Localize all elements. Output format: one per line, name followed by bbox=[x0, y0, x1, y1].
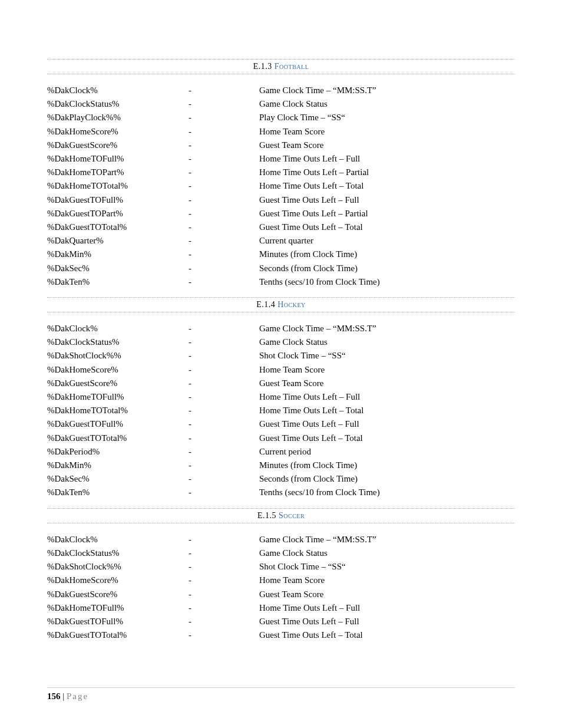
variable-row: %DakGuestTOTotal%-Guest Time Outs Left –… bbox=[47, 628, 515, 642]
variable-description: Tenths (secs/10 from Clock Time) bbox=[259, 486, 515, 499]
variable-row: %DakQuarter%-Current quarter bbox=[47, 234, 515, 248]
variable-description: Home Time Outs Left – Total bbox=[259, 179, 515, 193]
section-block: %DakClock%-Game Clock Time – “MM:SS.T”%D… bbox=[47, 533, 515, 643]
variable-name: %DakHomeTOFull% bbox=[47, 152, 189, 166]
variable-row: %DakHomeScore%-Home Team Score bbox=[47, 125, 515, 139]
variable-row: %DakMin%-Minutes (from Clock Time) bbox=[47, 459, 515, 472]
section-number: E.1.3 bbox=[253, 62, 275, 71]
separator-dash: - bbox=[189, 234, 259, 248]
variable-name: %DakGuestTOTotal% bbox=[47, 220, 189, 234]
variable-row: %DakHomeScore%-Home Team Score bbox=[47, 363, 515, 377]
section-title: Football bbox=[275, 62, 309, 71]
section-number: E.1.4 bbox=[256, 300, 277, 309]
separator-dash: - bbox=[189, 390, 259, 404]
variable-row: %DakTen%-Tenths (secs/10 from Clock Time… bbox=[47, 275, 515, 289]
variable-name: %DakHomeTOPart% bbox=[47, 166, 189, 179]
variable-row: %DakGuestTOTotal%-Guest Time Outs Left –… bbox=[47, 431, 515, 445]
variable-row: %DakGuestTOFull%-Guest Time Outs Left – … bbox=[47, 417, 515, 431]
variable-row: %DakGuestScore%-Guest Team Score bbox=[47, 588, 515, 601]
footer-sep: | bbox=[61, 691, 67, 701]
variable-name: %DakGuestTOFull% bbox=[47, 193, 189, 207]
variable-name: %DakSec% bbox=[47, 472, 189, 486]
variable-name: %DakMin% bbox=[47, 459, 189, 472]
separator-dash: - bbox=[189, 97, 259, 111]
variable-description: Guest Time Outs Left – Total bbox=[259, 628, 515, 642]
variable-name: %DakGuestTOTotal% bbox=[47, 628, 189, 642]
variable-row: %DakSec%-Seconds (from Clock Time) bbox=[47, 262, 515, 275]
variable-row: %DakGuestScore%-Guest Team Score bbox=[47, 377, 515, 390]
separator-dash: - bbox=[189, 179, 259, 193]
variable-description: Home Time Outs Left – Partial bbox=[259, 166, 515, 179]
variable-name: %DakHomeTOFull% bbox=[47, 390, 189, 404]
variable-description: Seconds (from Clock Time) bbox=[259, 262, 515, 275]
separator-dash: - bbox=[189, 417, 259, 431]
separator-dash: - bbox=[189, 588, 259, 601]
variable-description: Game Clock Time – “MM:SS.T” bbox=[259, 84, 515, 97]
separator-dash: - bbox=[189, 111, 259, 124]
separator-dash: - bbox=[189, 220, 259, 234]
separator-dash: - bbox=[189, 628, 259, 642]
page-label: Page bbox=[67, 691, 88, 701]
variable-description: Game Clock Status bbox=[259, 335, 515, 349]
separator-dash: - bbox=[189, 349, 259, 363]
variable-description: Guest Time Outs Left – Full bbox=[259, 615, 515, 628]
variable-description: Guest Team Score bbox=[259, 588, 515, 601]
section-title: Hockey bbox=[277, 300, 306, 309]
separator-dash: - bbox=[189, 248, 259, 261]
section-block: %DakClock%-Game Clock Time – “MM:SS.T”%D… bbox=[47, 322, 515, 500]
variable-description: Game Clock Status bbox=[259, 97, 515, 111]
variable-row: %DakGuestTOPart%-Guest Time Outs Left – … bbox=[47, 207, 515, 220]
section-header: E.1.5 Soccer bbox=[47, 508, 515, 523]
variable-row: %DakClockStatus%-Game Clock Status bbox=[47, 546, 515, 560]
variable-name: %DakSec% bbox=[47, 262, 189, 275]
variable-description: Guest Time Outs Left – Partial bbox=[259, 207, 515, 220]
variable-description: Guest Time Outs Left – Full bbox=[259, 417, 515, 431]
separator-dash: - bbox=[189, 152, 259, 166]
variable-description: Tenths (secs/10 from Clock Time) bbox=[259, 275, 515, 289]
separator-dash: - bbox=[189, 459, 259, 472]
separator-dash: - bbox=[189, 125, 259, 139]
separator-dash: - bbox=[189, 486, 259, 499]
separator-dash: - bbox=[189, 377, 259, 390]
variable-name: %DakShotClock%% bbox=[47, 349, 189, 363]
variable-name: %DakClock% bbox=[47, 84, 189, 97]
variable-row: %DakHomeTOFull%-Home Time Outs Left – Fu… bbox=[47, 390, 515, 404]
variable-row: %DakGuestTOFull%-Guest Time Outs Left – … bbox=[47, 615, 515, 628]
section-title: Soccer bbox=[279, 511, 305, 520]
variable-row: %DakHomeTOPart%-Home Time Outs Left – Pa… bbox=[47, 166, 515, 179]
variable-name: %DakMin% bbox=[47, 248, 189, 261]
variable-row: %DakHomeTOFull%-Home Time Outs Left – Fu… bbox=[47, 601, 515, 615]
separator-dash: - bbox=[189, 166, 259, 179]
variable-description: Game Clock Time – “MM:SS.T” bbox=[259, 322, 515, 335]
variable-description: Home Time Outs Left – Total bbox=[259, 404, 515, 417]
separator-dash: - bbox=[189, 262, 259, 275]
variable-row: %DakPeriod%-Current period bbox=[47, 445, 515, 459]
separator-dash: - bbox=[189, 363, 259, 377]
variable-name: %DakQuarter% bbox=[47, 234, 189, 248]
variable-description: Shot Clock Time – “SS“ bbox=[259, 560, 515, 574]
variable-name: %DakGuestTOFull% bbox=[47, 615, 189, 628]
separator-dash: - bbox=[189, 615, 259, 628]
variable-description: Home Team Score bbox=[259, 574, 515, 587]
variable-row: %DakShotClock%%-Shot Clock Time – “SS“ bbox=[47, 349, 515, 363]
separator-dash: - bbox=[189, 472, 259, 486]
separator-dash: - bbox=[189, 275, 259, 289]
variable-description: Home Team Score bbox=[259, 125, 515, 139]
variable-row: %DakHomeTOTotal%-Home Time Outs Left – T… bbox=[47, 179, 515, 193]
separator-dash: - bbox=[189, 560, 259, 574]
variable-row: %DakGuestTOFull%-Guest Time Outs Left – … bbox=[47, 193, 515, 207]
section-block: %DakClock%-Game Clock Time – “MM:SS.T”%D… bbox=[47, 84, 515, 289]
variable-row: %DakClock%-Game Clock Time – “MM:SS.T” bbox=[47, 533, 515, 546]
variable-name: %DakGuestTOFull% bbox=[47, 417, 189, 431]
separator-dash: - bbox=[189, 84, 259, 97]
variable-name: %DakGuestScore% bbox=[47, 139, 189, 152]
variable-name: %DakShotClock%% bbox=[47, 560, 189, 574]
section-header: E.1.3 Football bbox=[47, 59, 515, 74]
separator-dash: - bbox=[189, 207, 259, 220]
separator-dash: - bbox=[189, 335, 259, 349]
variable-name: %DakClockStatus% bbox=[47, 546, 189, 560]
variable-name: %DakHomeTOTotal% bbox=[47, 179, 189, 193]
variable-name: %DakGuestTOPart% bbox=[47, 207, 189, 220]
variable-row: %DakClockStatus%-Game Clock Status bbox=[47, 97, 515, 111]
variable-description: Guest Team Score bbox=[259, 139, 515, 152]
